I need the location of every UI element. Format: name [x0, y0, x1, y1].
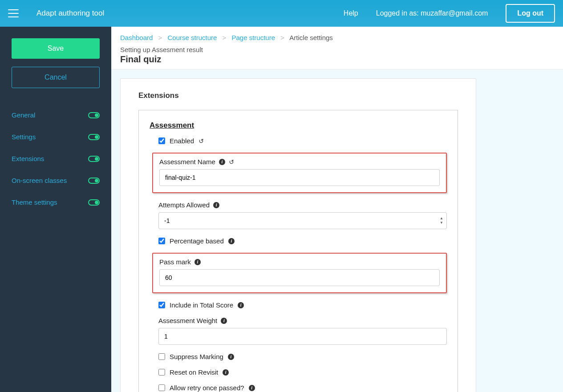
suppress-checkbox[interactable] — [158, 353, 165, 360]
sidebar-item-label: General — [12, 111, 35, 119]
reset-icon[interactable]: ↻ — [229, 158, 234, 166]
attempts-input[interactable] — [158, 212, 447, 229]
enabled-label: Enabled — [170, 137, 194, 145]
sidebar-item-label: Settings — [12, 133, 36, 141]
breadcrumb-current: Article settings — [289, 34, 333, 41]
app-title: Adapt authoring tool — [36, 9, 104, 18]
info-icon[interactable]: i — [249, 385, 255, 391]
panel-title: Extensions — [138, 91, 458, 100]
sidebar-item-general[interactable]: General — [12, 104, 100, 126]
cancel-button[interactable]: Cancel — [12, 67, 100, 88]
assessment-name-input[interactable] — [159, 169, 440, 186]
info-icon[interactable]: i — [228, 238, 235, 244]
info-icon[interactable]: i — [228, 354, 234, 360]
chevron-right-icon: > — [158, 34, 162, 41]
chevron-right-icon: > — [223, 34, 227, 41]
include-total-label: Include in Total Score — [170, 301, 233, 309]
logged-in-text: Logged in as: muzaffar@gmail.com — [376, 9, 488, 17]
help-link[interactable]: Help — [344, 9, 358, 17]
logout-button[interactable]: Log out — [506, 4, 555, 23]
reset-icon[interactable]: ↻ — [198, 137, 204, 145]
sidebar-item-label: Theme settings — [12, 198, 57, 206]
hamburger-menu-icon[interactable] — [8, 9, 19, 17]
section-title: Assessment — [150, 121, 447, 130]
toggle-icon — [88, 112, 100, 118]
info-icon[interactable]: i — [194, 259, 201, 265]
sidebar-item-label: On-screen classes — [12, 177, 67, 184]
sidebar-item-settings[interactable]: Settings — [12, 126, 100, 148]
percentage-checkbox[interactable] — [158, 238, 165, 244]
toggle-icon — [88, 178, 100, 184]
sidebar-item-extensions[interactable]: Extensions — [12, 148, 100, 170]
retry-label: Allow retry once passed? — [170, 384, 244, 392]
enabled-checkbox[interactable] — [158, 137, 165, 144]
sidebar-item-theme-settings[interactable]: Theme settings — [12, 191, 100, 213]
info-icon[interactable]: i — [219, 159, 225, 165]
info-icon[interactable]: i — [238, 302, 244, 308]
toggle-icon — [88, 156, 100, 162]
breadcrumb-dashboard[interactable]: Dashboard — [120, 34, 153, 41]
info-icon[interactable]: i — [213, 202, 219, 208]
reset-checkbox[interactable] — [158, 369, 165, 376]
assessment-name-group: Assessment Name i ↻ — [152, 153, 447, 193]
suppress-label: Suppress Marking — [170, 353, 223, 360]
passmark-label: Pass mark — [159, 258, 191, 266]
breadcrumb-course-structure[interactable]: Course structure — [168, 34, 217, 41]
info-icon[interactable]: i — [221, 318, 227, 324]
reset-label: Reset on Revisit — [170, 368, 218, 376]
chevron-right-icon: > — [280, 34, 284, 41]
sidebar-item-onscreen-classes[interactable]: On-screen classes — [12, 170, 100, 191]
pass-mark-group: Pass mark i — [152, 253, 447, 293]
breadcrumb-page-structure[interactable]: Page structure — [231, 34, 275, 41]
toggle-icon — [88, 134, 100, 140]
save-button[interactable]: Save — [12, 38, 100, 59]
passmark-input[interactable] — [159, 269, 440, 286]
attempts-label: Attempts Allowed — [158, 201, 210, 209]
toggle-icon — [88, 199, 100, 206]
assessment-name-label: Assessment Name — [159, 158, 215, 166]
percentage-label: Percentage based — [170, 237, 224, 245]
breadcrumb: Dashboard > Course structure > Page stru… — [120, 34, 554, 41]
number-stepper[interactable]: ▲▼ — [440, 217, 443, 225]
page-title: Final quiz — [120, 54, 554, 65]
sidebar-item-label: Extensions — [12, 155, 44, 162]
weight-input[interactable] — [158, 328, 447, 345]
info-icon[interactable]: i — [223, 369, 229, 376]
weight-label: Assessment Weight — [158, 317, 217, 324]
retry-checkbox[interactable] — [158, 384, 165, 391]
page-subtitle: Setting up Assesment result — [120, 46, 554, 53]
include-total-checkbox[interactable] — [158, 302, 165, 308]
